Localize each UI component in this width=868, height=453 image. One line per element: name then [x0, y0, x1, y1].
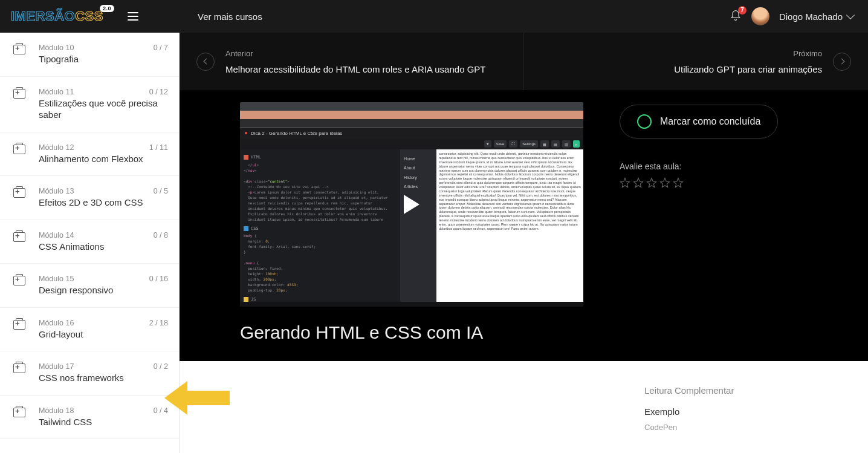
folder-plus-icon: [13, 276, 25, 285]
module-label: Módulo 10: [39, 44, 74, 52]
play-icon: [404, 195, 419, 214]
sidebar-module-item[interactable]: Módulo 121 / 11Alinhamento com Flexbox: [0, 132, 179, 177]
supplementary-link[interactable]: CodePen: [644, 423, 808, 432]
mark-complete-label: Marcar como concluída: [660, 116, 760, 127]
rating-stars[interactable]: [620, 177, 808, 188]
logo-version-badge: 2.0: [100, 5, 114, 12]
folder-plus-icon: [13, 89, 25, 99]
module-title: Tailwind CSS: [39, 416, 168, 428]
sidebar-module-item[interactable]: Módulo 170 / 2CSS nos frameworks: [0, 351, 179, 396]
supplementary-panel: Leitura Complementar Exemplo CodePen: [644, 385, 808, 446]
sidebar-module-item[interactable]: Módulo 140 / 8CSS Animations: [0, 220, 179, 264]
previous-title: Melhorar acessibilidade do HTML com role…: [225, 64, 485, 74]
topbar-left: IMERSÃOCSS 2.0: [0, 0, 180, 33]
module-label: Módulo 15: [39, 275, 74, 283]
video-section: Dica 2 - Gerando HTML e CSS para ideias …: [180, 90, 868, 361]
sidebar-module-item[interactable]: Módulo 130 / 5Efeitos 2D e 3D com CSS: [0, 176, 179, 220]
module-progress: 0 / 2: [154, 362, 168, 371]
previous-label: Anterior: [225, 49, 485, 58]
module-label: Módulo 12: [39, 143, 74, 152]
more-courses-link[interactable]: Ver mais cursos: [180, 11, 262, 22]
arrow-left-icon: [196, 53, 215, 71]
video-sidebar: Marcar como concluída Avalie esta aula:: [620, 102, 808, 188]
supplementary-heading: Leitura Complementar: [644, 385, 808, 396]
lesson-navigation: Anterior Melhorar acessibilidade do HTML…: [180, 33, 868, 90]
module-progress: 2 / 18: [149, 319, 168, 327]
rating-label: Avalie esta aula:: [620, 161, 808, 171]
sidebar-module-item[interactable]: Módulo 162 / 18Grid-layout: [0, 308, 179, 352]
module-title: Design responsivo: [39, 284, 168, 296]
video-preview-nav: HomeAboutHistoryArticles: [400, 149, 436, 302]
module-label: Módulo 11: [39, 88, 74, 96]
folder-plus-icon: [13, 232, 25, 242]
video-player[interactable]: Dica 2 - Gerando HTML e CSS para ideias …: [240, 102, 583, 307]
sidebar-module-item[interactable]: Módulo 100 / 7Tipografia: [0, 33, 179, 77]
module-label: Módulo 18: [39, 406, 74, 415]
module-title: Estilizações que você precisa saber: [39, 97, 168, 121]
star-icon[interactable]: [673, 177, 684, 188]
content-area[interactable]: Anterior Melhorar acessibilidade do HTML…: [180, 33, 868, 453]
logo-text-2: CSS: [75, 8, 103, 24]
next-lesson-button[interactable]: Próximo Utilizando GPT para criar animaç…: [524, 33, 868, 90]
module-progress: 0 / 4: [154, 406, 168, 415]
lower-section: Leitura Complementar Exemplo CodePen: [180, 361, 868, 453]
chevron-down-icon: [846, 11, 855, 19]
folder-plus-icon: [13, 320, 25, 330]
module-progress: 1 / 11: [149, 143, 168, 152]
star-icon[interactable]: [646, 177, 657, 188]
star-icon[interactable]: [659, 177, 670, 188]
folder-plus-icon: [13, 363, 25, 373]
module-progress: 0 / 12: [149, 88, 168, 96]
module-title: CSS nos frameworks: [39, 372, 168, 384]
module-progress: 0 / 16: [149, 275, 168, 283]
previous-lesson-button[interactable]: Anterior Melhorar acessibilidade do HTML…: [180, 33, 523, 90]
mark-complete-button[interactable]: Marcar como concluída: [620, 105, 778, 139]
logo[interactable]: IMERSÃOCSS 2.0: [11, 8, 103, 24]
star-icon[interactable]: [633, 177, 644, 188]
module-progress: 0 / 8: [154, 231, 168, 240]
notifications-button[interactable]: 7: [730, 10, 742, 24]
module-label: Módulo 16: [39, 319, 74, 327]
lesson-title: Gerando HTML e CSS com IA: [180, 307, 868, 343]
avatar[interactable]: [751, 7, 769, 25]
notification-count-badge: 7: [738, 6, 747, 15]
next-label: Próximo: [674, 49, 822, 58]
menu-toggle-button[interactable]: [128, 12, 138, 21]
module-title: CSS Animations: [39, 241, 168, 253]
supplementary-item[interactable]: Exemplo: [644, 406, 808, 417]
module-title: Tipografia: [39, 53, 168, 65]
next-title: Utilizando GPT para criar animações: [674, 64, 822, 74]
sidebar-module-item[interactable]: Módulo 150 / 16Design responsivo: [0, 264, 179, 308]
sidebar-module-item[interactable]: Módulo 180 / 4Tailwind CSS: [0, 396, 179, 440]
check-ring-icon: [637, 114, 652, 129]
video-preview-pane: consectetur, adipisicing elit. Quae modi…: [436, 149, 583, 302]
star-icon[interactable]: [620, 177, 630, 188]
module-progress: 0 / 5: [154, 187, 168, 195]
logo-text-1: IMERSÃO: [11, 8, 75, 24]
folder-plus-icon: [13, 408, 25, 417]
topbar-right: 7 Diogo Machado: [730, 7, 868, 25]
module-label: Módulo 14: [39, 231, 74, 240]
arrow-right-icon: [833, 53, 851, 71]
module-title: Efeitos 2D e 3D com CSS: [39, 197, 168, 209]
module-label: Módulo 13: [39, 187, 74, 195]
user-name: Diogo Machado: [779, 11, 843, 22]
lesson-body: [240, 385, 608, 446]
module-title: Grid-layout: [39, 328, 168, 341]
folder-plus-icon: [13, 45, 25, 54]
module-label: Módulo 17: [39, 362, 74, 371]
sidebar-module-item[interactable]: Módulo 110 / 12Estilizações que você pre…: [0, 77, 179, 132]
user-menu[interactable]: Diogo Machado: [779, 11, 853, 22]
folder-plus-icon: [13, 145, 25, 154]
folder-plus-icon: [13, 188, 25, 198]
module-progress: 0 / 7: [154, 44, 168, 52]
module-title: Alinhamento com Flexbox: [39, 153, 168, 165]
sidebar[interactable]: Módulo 100 / 7TipografiaMódulo 110 / 12E…: [0, 33, 180, 453]
video-code-pane: HTML </ul> </nav> <div class="content"> …: [240, 149, 400, 302]
top-bar: IMERSÃOCSS 2.0 Ver mais cursos 7 Diogo M…: [0, 0, 868, 33]
